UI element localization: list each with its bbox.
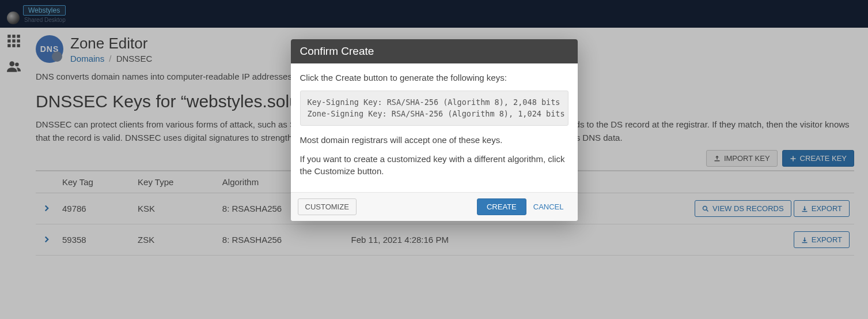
customize-button[interactable]: CUSTOMIZE [298, 198, 357, 215]
modal-text-3: If you want to create a customized key w… [300, 153, 568, 177]
modal-text-1: Click the Create button to generate the … [300, 72, 568, 84]
modal-key-details: Key-Signing Key: RSA/SHA-256 (Algorithm … [300, 91, 568, 126]
modal-title: Confirm Create [291, 39, 578, 63]
modal-footer: CUSTOMIZE CREATE CANCEL [291, 192, 578, 221]
modal-text-2: Most domain registrars will accept one o… [300, 134, 568, 146]
cancel-button[interactable]: CANCEL [526, 199, 571, 215]
modal-body: Click the Create button to generate the … [291, 63, 578, 192]
create-button[interactable]: CREATE [477, 198, 526, 215]
confirm-create-modal: Confirm Create Click the Create button t… [291, 39, 578, 221]
